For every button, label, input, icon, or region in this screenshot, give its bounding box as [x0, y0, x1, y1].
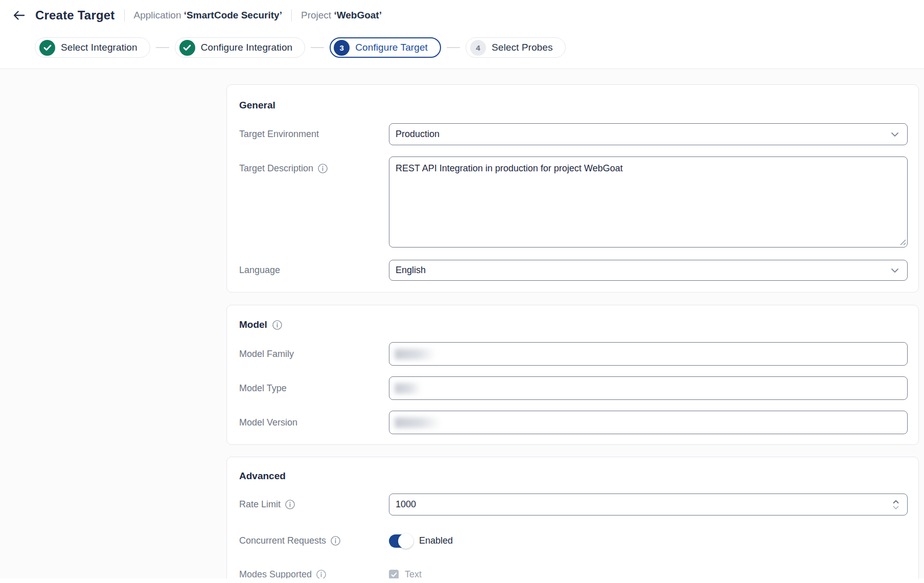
model-version-label: Model Version — [239, 417, 389, 428]
bottom-strip — [0, 578, 924, 583]
resize-handle[interactable] — [898, 238, 907, 246]
target-environment-row: Target Environment Production — [239, 123, 908, 145]
step-configure-integration[interactable]: Configure Integration — [175, 37, 306, 58]
target-description-textarea[interactable]: REST API Integration in production for p… — [389, 156, 908, 248]
project-breadcrumb: Project ‘WebGoat’ — [301, 10, 382, 21]
step-configure-target[interactable]: 3 Configure Target — [330, 37, 441, 58]
concurrent-requests-toggle[interactable] — [389, 534, 412, 548]
language-label: Language — [239, 265, 389, 276]
wizard-stepper: Select Integration Configure Integration… — [35, 37, 566, 58]
redacted-value — [395, 417, 441, 428]
model-family-label: Model Family — [239, 349, 389, 360]
divider — [124, 9, 125, 21]
application-breadcrumb: Application ‘SmartCode Security’ — [134, 10, 282, 21]
redacted-value — [395, 383, 421, 394]
model-type-input[interactable] — [389, 376, 908, 400]
step-select-integration[interactable]: Select Integration — [35, 37, 150, 58]
info-icon — [272, 320, 282, 330]
step-connector — [447, 47, 460, 48]
step-connector — [156, 47, 169, 48]
check-icon — [179, 40, 195, 56]
model-version-input[interactable] — [389, 411, 908, 434]
check-icon — [39, 40, 55, 56]
step-connector — [311, 47, 324, 48]
model-family-row: Model Family — [239, 342, 908, 366]
step-number: 4 — [470, 40, 486, 56]
model-section: Model Model Family Model Type Model Vers… — [226, 305, 919, 445]
content-area: General Target Environment Production Ta… — [0, 69, 924, 583]
step-number: 3 — [334, 40, 350, 56]
page-header: Create Target Application ‘SmartCode Sec… — [0, 0, 924, 69]
info-icon — [318, 164, 328, 173]
target-description-row: Target Description REST API Integration … — [239, 156, 908, 248]
divider — [291, 9, 292, 21]
chevron-down-icon — [890, 129, 900, 140]
model-family-input[interactable] — [389, 342, 908, 366]
number-stepper-icon[interactable] — [892, 498, 900, 511]
toggle-knob — [398, 533, 413, 549]
general-section: General Target Environment Production Ta… — [226, 84, 919, 293]
model-section-title: Model — [239, 320, 908, 330]
advanced-section-title: Advanced — [239, 471, 908, 481]
rate-limit-label: Rate Limit — [239, 499, 389, 510]
rate-limit-row: Rate Limit 1000 — [239, 494, 908, 515]
chevron-down-icon — [890, 265, 900, 276]
target-environment-select[interactable]: Production — [389, 123, 908, 145]
language-select[interactable]: English — [389, 260, 908, 281]
rate-limit-input[interactable]: 1000 — [389, 494, 908, 515]
redacted-value — [395, 349, 435, 360]
general-section-title: General — [239, 100, 908, 110]
info-icon — [331, 536, 340, 546]
model-version-row: Model Version — [239, 411, 908, 434]
concurrent-requests-row: Concurrent Requests Enabled — [239, 534, 908, 548]
target-description-label: Target Description — [239, 156, 389, 174]
concurrent-requests-label: Concurrent Requests — [239, 535, 389, 546]
page-title: Create Target — [35, 8, 115, 23]
back-arrow-icon[interactable] — [12, 8, 26, 23]
check-icon — [391, 572, 397, 577]
target-environment-label: Target Environment — [239, 129, 389, 140]
step-select-probes[interactable]: 4 Select Probes — [466, 37, 566, 58]
language-row: Language English — [239, 260, 908, 281]
advanced-section: Advanced Rate Limit 1000 Concurrent Requ… — [226, 457, 919, 583]
info-icon — [285, 500, 295, 509]
model-type-label: Model Type — [239, 383, 389, 394]
model-type-row: Model Type — [239, 376, 908, 400]
